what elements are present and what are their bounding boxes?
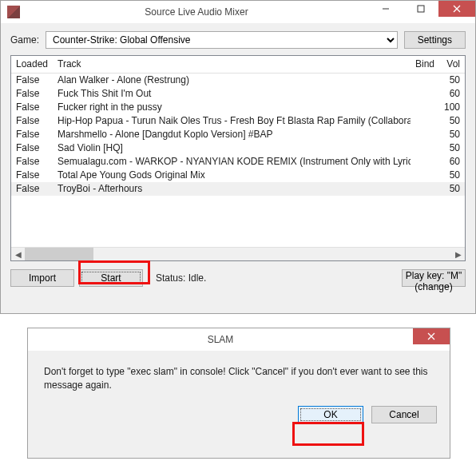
play-key-button[interactable]: Play key: "M" (change) (402, 269, 466, 287)
cell-vol: 50 (439, 169, 465, 182)
table-row[interactable]: FalseMarshmello - Alone [Dangdut Koplo V… (11, 128, 465, 141)
table-row[interactable]: FalseSemualagu.com - WARKOP - NYANYIAN K… (11, 155, 465, 169)
scroll-track[interactable] (25, 248, 451, 260)
cell-loaded: False (11, 87, 53, 101)
column-bind[interactable]: Bind (411, 56, 439, 73)
cell-loaded: False (11, 128, 53, 141)
cell-loaded: False (11, 74, 53, 87)
column-loaded[interactable]: Loaded (11, 56, 53, 73)
svg-rect-1 (418, 6, 424, 12)
dialog-close-button[interactable] (413, 328, 450, 344)
minimize-button[interactable] (368, 1, 403, 17)
app-icon (7, 6, 20, 18)
horizontal-scrollbar[interactable]: ◀ ▶ (11, 247, 465, 260)
cell-vol: 50 (439, 141, 465, 155)
table-row[interactable]: FalseSad Violin [HQ]50 (11, 141, 465, 155)
cell-vol: 60 (439, 155, 465, 169)
cell-track: Sad Violin [HQ] (53, 141, 411, 155)
cell-bind (411, 141, 439, 155)
track-list[interactable]: Loaded Track Bind Vol FalseAlan Walker -… (10, 55, 466, 261)
cell-bind (411, 87, 439, 101)
cell-track: TroyBoi - Afterhours (53, 182, 411, 196)
table-row[interactable]: FalseHip-Hop Papua - Turun Naik Oles Tru… (11, 114, 465, 128)
window-controls (368, 1, 475, 23)
cell-bind (411, 169, 439, 182)
table-row[interactable]: FalseFucker right in the pussy100 (11, 101, 465, 114)
scroll-thumb[interactable] (25, 248, 93, 260)
cell-bind (411, 128, 439, 141)
column-vol[interactable]: Vol (439, 56, 465, 73)
dialog-window: SLAM Don't forget to type "exec slam" in… (27, 328, 450, 459)
maximize-button[interactable] (403, 1, 438, 17)
cell-bind (411, 182, 439, 196)
cell-track: Alan Walker - Alone (Restrung) (53, 74, 411, 87)
main-window: Source Live Audio Mixer Game: Counter-St… (0, 0, 476, 314)
dialog-title: SLAM (28, 334, 413, 345)
cell-loaded: False (11, 182, 53, 196)
game-label: Game: (10, 34, 39, 46)
cell-track: Total Ape Young Gods Original Mix (53, 169, 411, 182)
scroll-left-icon[interactable]: ◀ (11, 248, 25, 260)
cell-bind (411, 74, 439, 87)
cell-track: Semualagu.com - WARKOP - NYANYIAN KODE R… (53, 155, 411, 169)
import-button[interactable]: Import (10, 269, 74, 287)
cell-vol: 50 (439, 74, 465, 87)
list-header[interactable]: Loaded Track Bind Vol (11, 56, 465, 74)
cell-bind (411, 155, 439, 169)
cell-bind (411, 101, 439, 114)
dialog-titlebar[interactable]: SLAM (28, 328, 450, 351)
cancel-button[interactable]: Cancel (371, 406, 437, 423)
close-button[interactable] (438, 1, 475, 17)
cell-track: Hip-Hop Papua - Turun Naik Oles Trus - F… (53, 114, 411, 128)
cell-vol: 50 (439, 128, 465, 141)
table-row[interactable]: FalseTotal Ape Young Gods Original Mix50 (11, 169, 465, 182)
cell-track: Fuck This Shit I'm Out (53, 87, 411, 101)
dialog-message: Don't forget to type "exec slam" in cons… (28, 351, 450, 403)
window-title: Source Live Audio Mixer (25, 6, 368, 18)
status-text: Status: Idle. (156, 272, 206, 284)
titlebar[interactable]: Source Live Audio Mixer (1, 1, 475, 23)
ok-button[interactable]: OK (298, 406, 363, 423)
table-row[interactable]: FalseFuck This Shit I'm Out60 (11, 87, 465, 101)
cell-vol: 50 (439, 182, 465, 196)
settings-button[interactable]: Settings (404, 31, 466, 49)
cell-loaded: False (11, 169, 53, 182)
game-select[interactable]: Counter-Strike: Global Offensive (46, 31, 398, 49)
start-button[interactable]: Start (79, 269, 143, 287)
cell-bind (411, 114, 439, 128)
cell-loaded: False (11, 101, 53, 114)
cell-loaded: False (11, 114, 53, 128)
cell-loaded: False (11, 155, 53, 169)
table-row[interactable]: FalseAlan Walker - Alone (Restrung)50 (11, 74, 465, 87)
cell-track: Marshmello - Alone [Dangdut Koplo Versio… (53, 128, 411, 141)
table-row[interactable]: FalseTroyBoi - Afterhours50 (11, 182, 465, 196)
column-track[interactable]: Track (53, 56, 411, 73)
cell-track: Fucker right in the pussy (53, 101, 411, 114)
cell-vol: 50 (439, 114, 465, 128)
scroll-right-icon[interactable]: ▶ (451, 248, 465, 260)
cell-loaded: False (11, 141, 53, 155)
cell-vol: 60 (439, 87, 465, 101)
cell-vol: 100 (439, 101, 465, 114)
